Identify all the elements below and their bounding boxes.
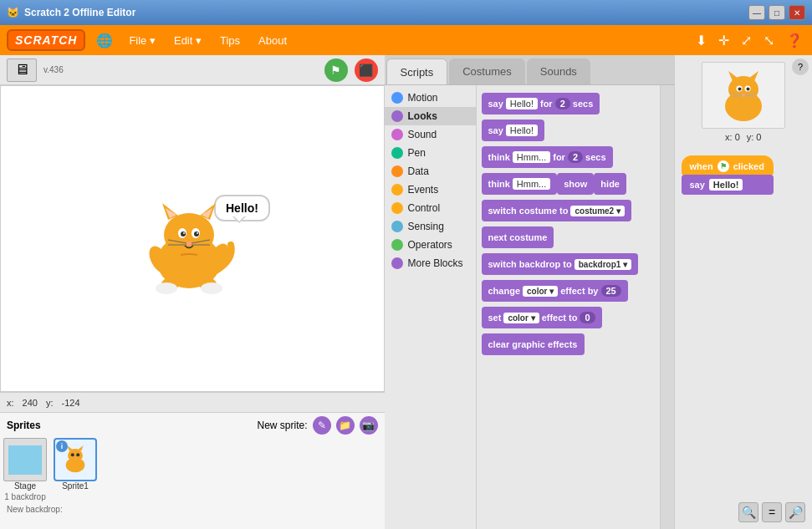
new-sprite-paint-button[interactable]: ✎ bbox=[313, 416, 331, 435]
blocks-palette: sayHello!for2secssayHello!thinkHmm...for… bbox=[477, 85, 661, 529]
cat-sprite-svg bbox=[135, 195, 243, 303]
close-button[interactable]: ✕ bbox=[789, 5, 805, 20]
y-label: y: bbox=[46, 398, 54, 408]
maximize-button[interactable]: □ bbox=[769, 5, 785, 20]
category-more[interactable]: More Blocks bbox=[385, 254, 476, 272]
tab-scripts[interactable]: Scripts bbox=[386, 58, 448, 84]
compress-icon[interactable]: ⤡ bbox=[763, 33, 774, 48]
block-switch_backdrop[interactable]: switch backdrop tobackdrop1 ▾ bbox=[482, 253, 639, 275]
cat-dot-operators bbox=[391, 239, 403, 251]
stage-canvas: Hello! bbox=[0, 85, 385, 392]
sprite1-label: Sprite1 bbox=[62, 481, 89, 491]
zoom-in-button[interactable]: 🔍 bbox=[738, 502, 758, 522]
tab-costumes[interactable]: Costumes bbox=[449, 58, 525, 84]
block-say_secs[interactable]: sayHello!for2secs bbox=[482, 93, 600, 114]
sprite1-thumbnail[interactable]: i Sprite1 bbox=[54, 438, 97, 491]
import-icon[interactable]: ⬇ bbox=[696, 33, 707, 48]
menubar: SCRATCH 🌐 File ▾ Edit ▾ Tips About ⬇ ✛ ⤢… bbox=[0, 25, 812, 55]
category-sound[interactable]: Sound bbox=[385, 125, 476, 144]
globe-icon[interactable]: 🌐 bbox=[96, 33, 113, 48]
cat-dot-sound bbox=[391, 129, 403, 140]
block-text: say bbox=[488, 125, 503, 135]
block-think_secs[interactable]: thinkHmm...for2secs bbox=[482, 146, 613, 168]
main-area: 🖥 v.436 ⚑ ⬛ Hello! bbox=[0, 55, 812, 529]
category-operators[interactable]: Operators bbox=[385, 236, 476, 254]
block-text: think bbox=[488, 152, 510, 162]
cat-label-operators: Operators bbox=[408, 239, 452, 251]
svg-point-20 bbox=[201, 282, 222, 294]
category-looks[interactable]: Looks bbox=[385, 107, 476, 125]
edit-menu[interactable]: Edit ▾ bbox=[169, 33, 207, 48]
svg-point-8 bbox=[181, 231, 186, 237]
category-sensing[interactable]: Sensing bbox=[385, 217, 476, 236]
hat-block-group: when ⚑ clicked say Hello! bbox=[682, 155, 806, 195]
block-num-field: 2 bbox=[568, 151, 583, 163]
svg-point-28 bbox=[71, 453, 74, 456]
new-sprite-folder-button[interactable]: 📁 bbox=[336, 416, 355, 435]
minimize-button[interactable]: — bbox=[748, 5, 765, 20]
sprites-label: Sprites bbox=[7, 420, 41, 431]
cat-dot-motion bbox=[391, 92, 403, 104]
block-input-field: Hmm... bbox=[513, 178, 550, 190]
svg-point-38 bbox=[746, 88, 749, 91]
zoom-out-button[interactable]: 🔎 bbox=[785, 502, 805, 522]
expand-icon[interactable]: ⤢ bbox=[741, 33, 752, 48]
tab-sounds[interactable]: Sounds bbox=[527, 58, 590, 84]
sprite-x-label: x: 0 bbox=[725, 132, 740, 142]
block-input-field: Hello! bbox=[506, 125, 538, 136]
svg-rect-23 bbox=[8, 445, 42, 475]
svg-point-19 bbox=[156, 282, 177, 294]
new-sprite-camera-button[interactable]: 📷 bbox=[360, 416, 378, 435]
script-editor[interactable] bbox=[661, 85, 674, 529]
stage-area: 🖥 v.436 ⚑ ⬛ Hello! bbox=[0, 55, 385, 529]
svg-point-9 bbox=[194, 231, 199, 237]
block-next_costume[interactable]: next costume bbox=[482, 226, 554, 248]
categories-panel: MotionLooksSoundPenDataEventsControlSens… bbox=[385, 85, 477, 529]
stage-thumbnail[interactable]: Stage 1 backdrop bbox=[3, 438, 47, 501]
block-hide[interactable]: hide bbox=[594, 173, 626, 195]
green-flag-button[interactable]: ⚑ bbox=[324, 58, 348, 82]
block-set_color[interactable]: setcolor ▾effect to0 bbox=[482, 307, 602, 328]
cat-dot-events bbox=[391, 184, 403, 196]
sprite-info-area: ? x: 0 bbox=[675, 55, 813, 149]
category-motion[interactable]: Motion bbox=[385, 89, 476, 107]
when-flag-block[interactable]: when ⚑ clicked bbox=[682, 155, 774, 175]
block-dropdown-field[interactable]: color ▾ bbox=[523, 286, 558, 297]
category-pen[interactable]: Pen bbox=[385, 144, 476, 162]
about-menu[interactable]: About bbox=[253, 33, 292, 48]
help-button[interactable]: ? bbox=[792, 58, 809, 75]
cat-label-control: Control bbox=[408, 202, 441, 214]
block-change_color[interactable]: changecolor ▾effect by25 bbox=[482, 280, 628, 302]
svg-point-1 bbox=[164, 213, 214, 257]
block-dropdown-field[interactable]: costume2 ▾ bbox=[570, 206, 624, 216]
sprite-info-icon: i bbox=[56, 440, 68, 452]
stop-button[interactable]: ⬛ bbox=[355, 58, 378, 82]
tips-menu[interactable]: Tips bbox=[215, 33, 245, 48]
block-say[interactable]: sayHello! bbox=[482, 120, 544, 141]
file-menu[interactable]: File ▾ bbox=[124, 33, 161, 48]
zoom-reset-button[interactable]: = bbox=[762, 502, 782, 522]
tabs: Scripts Costumes Sounds bbox=[385, 55, 674, 85]
cat-dot-data bbox=[391, 165, 403, 177]
cat-label-more: More Blocks bbox=[408, 257, 463, 269]
block-think[interactable]: thinkHmm... bbox=[482, 173, 558, 195]
svg-point-29 bbox=[76, 453, 79, 456]
category-data[interactable]: Data bbox=[385, 162, 476, 181]
category-control[interactable]: Control bbox=[385, 199, 476, 217]
block-clear_effects[interactable]: clear graphic effects bbox=[482, 333, 585, 355]
help-icon[interactable]: ❓ bbox=[786, 33, 803, 48]
block-text: secs bbox=[573, 99, 593, 109]
block-text: for bbox=[553, 152, 565, 162]
block-input-field: Hello! bbox=[506, 98, 538, 109]
stage-view-icon: 🖥 bbox=[7, 58, 37, 82]
version-label: v.436 bbox=[43, 65, 64, 74]
block-dropdown-field[interactable]: backdrop1 ▾ bbox=[575, 259, 631, 270]
add-icon[interactable]: ✛ bbox=[718, 33, 729, 48]
when-text: when bbox=[690, 161, 713, 171]
say-hello-block[interactable]: say Hello! bbox=[682, 175, 774, 195]
block-dropdown-field[interactable]: color ▾ bbox=[503, 313, 539, 323]
block-show[interactable]: show bbox=[557, 173, 594, 195]
block-text: secs bbox=[585, 152, 605, 162]
block-switch_costume[interactable]: switch costume tocostume2 ▾ bbox=[482, 200, 631, 221]
category-events[interactable]: Events bbox=[385, 181, 476, 199]
